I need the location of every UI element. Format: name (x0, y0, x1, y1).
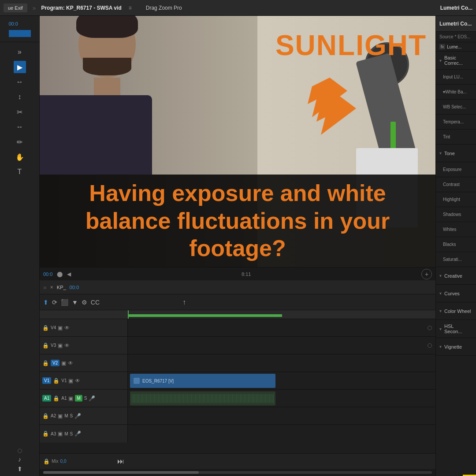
v2-track-badge: V2 (51, 360, 60, 366)
curves-section[interactable]: ▾ Curves (436, 285, 476, 302)
color-wheel-section[interactable]: ▾ Color Wheel (436, 302, 476, 320)
exposure-item[interactable]: Exposure (436, 162, 476, 177)
person-neck (94, 78, 120, 95)
bottom-scroll[interactable] (40, 469, 435, 476)
creative-section[interactable]: ▾ Creative (436, 267, 476, 285)
fx-label: fx (439, 44, 445, 49)
s-label-a2: S (70, 413, 73, 418)
video-clip-v1[interactable]: EOS_R6717 [V] (130, 374, 275, 388)
chevron-basic: ▾ (439, 58, 442, 63)
play-icon[interactable]: ▶ (14, 61, 26, 73)
close-timeline-icon[interactable]: × (50, 284, 53, 290)
track-visibility-v4[interactable]: 👁 (64, 325, 70, 331)
pen-icon[interactable]: ✏ (14, 136, 26, 148)
export-icon[interactable]: ⬆ (17, 465, 22, 472)
type-icon[interactable]: T (14, 166, 26, 178)
tone-section[interactable]: ▾ Tone (436, 145, 476, 162)
white-balance-item[interactable]: ▾ White Ba... (436, 85, 476, 100)
person-hair (76, 16, 138, 38)
top-bar: ue Exif » Program: KP_R6717 - SWSA vid ≡… (0, 0, 476, 16)
scroll-indicator-v3 (428, 343, 432, 348)
timeline-ruler[interactable] (40, 310, 435, 319)
lock-icon-v4[interactable]: 🔒 (42, 325, 49, 331)
scroll-thumb[interactable] (43, 471, 199, 474)
saturation-item[interactable]: Saturati... (436, 252, 476, 267)
creative-label: Creative (444, 273, 462, 279)
rate-stretch-icon[interactable]: ↕ (14, 91, 26, 103)
track-label-a3: A3 (51, 431, 56, 436)
mic-icon-a1[interactable]: 🎤 (89, 395, 95, 402)
tone-label: Tone (444, 151, 455, 156)
track-settings-v4[interactable]: ▣ (58, 325, 63, 331)
playhead-line[interactable] (128, 310, 129, 319)
lock-icon-a3[interactable]: 🔒 (42, 431, 49, 437)
frame-step-left[interactable]: ◀ (67, 271, 71, 277)
expand-timeline-icon[interactable]: » (43, 284, 47, 291)
track-visibility-v3[interactable]: 👁 (64, 342, 70, 349)
audio-clip-a1[interactable] (130, 391, 275, 405)
lock-icon-a2[interactable]: 🔒 (42, 413, 49, 419)
lock-icon-v2[interactable]: 🔒 (42, 360, 49, 366)
whites-item[interactable]: Whites (436, 222, 476, 237)
captions-icon[interactable]: CC (91, 299, 100, 306)
lock-icon-a1[interactable]: 🔒 (53, 395, 60, 402)
scroll-track[interactable] (43, 471, 432, 474)
go-to-end-icon[interactable]: ⏭ (117, 457, 124, 465)
lumetri-sections: ▾ Basic Correc... Input LU... ▾ White Ba… (436, 52, 476, 356)
ripple-tool-icon[interactable]: ⟳ (52, 299, 57, 306)
main-layout: 00:0 » ▶ ↔ ↕ ✂ ↔ ✏ ✋ T ♪ ⬆ (0, 16, 476, 476)
add-button[interactable]: + (421, 269, 432, 279)
menu-icon[interactable]: ≡ (129, 5, 132, 11)
track-row-v1: V1 🔒 V1 ▣ 👁 EOS_R6717 [V] (40, 372, 435, 390)
highlights-item[interactable]: Highlight (436, 192, 476, 207)
track-settings-a1[interactable]: ▣ (68, 395, 73, 402)
input-lut-item[interactable]: Input LU... (436, 70, 476, 85)
track-settings-v2[interactable]: ▣ (61, 360, 66, 366)
razor-tool-icon[interactable]: ▼ (72, 299, 78, 306)
expand-panels-icon[interactable]: » (14, 46, 26, 58)
mic-icon-a2[interactable]: 🎤 (74, 413, 81, 419)
track-settings-a2[interactable]: ▣ (58, 413, 63, 419)
blacks-item[interactable]: Blacks (436, 237, 476, 252)
lock-icon-v3[interactable]: 🔒 (42, 342, 49, 349)
track-visibility-v1[interactable]: 👁 (75, 378, 80, 384)
m-label-a3: M (64, 431, 68, 436)
track-select-icon[interactable]: ⬛ (61, 299, 68, 306)
mix-value: 0,0 (60, 459, 67, 464)
track-row-a3: 🔒 A3 ▣ M S 🎤 (40, 425, 435, 443)
chevron-vignette: ▾ (439, 344, 442, 349)
tint-item[interactable]: Tint (436, 130, 476, 145)
lock-icon-v1[interactable]: 🔒 (53, 378, 60, 384)
music-note-icon[interactable]: ♪ (18, 456, 21, 463)
selection-tool-icon[interactable]: ⬆ (43, 299, 48, 306)
track-header-v3: 🔒 V3 ▣ 👁 (40, 337, 128, 354)
slip-icon[interactable]: ↔ (14, 121, 26, 133)
vignette-section[interactable]: ▾ Vignette (436, 338, 476, 356)
exif-tab[interactable]: ue Exif (4, 4, 27, 12)
track-visibility-v2[interactable]: 👁 (68, 360, 73, 366)
ripple-edit-icon[interactable]: ↔ (14, 76, 26, 88)
temperature-item[interactable]: Tempera... (436, 115, 476, 130)
shadows-item[interactable]: Shadows (436, 207, 476, 222)
basic-correction-section[interactable]: ▾ Basic Correc... (436, 52, 476, 70)
track-content-v4 (128, 319, 435, 336)
razor-icon[interactable]: ✂ (14, 106, 26, 118)
lock-icon-mix[interactable]: 🔒 (43, 458, 50, 465)
hsl-secondary-section[interactable]: ▾ HSL Secon... (436, 320, 476, 338)
mic-icon-a3[interactable]: 🎤 (74, 431, 81, 437)
left-timecode: 00:0 (7, 19, 33, 28)
contrast-item[interactable]: Contrast (436, 177, 476, 192)
hand-icon[interactable]: ✋ (14, 151, 26, 163)
chevron-hsl: ▾ (439, 327, 442, 331)
center-panel: SUNLIGHT Having exposure and white balan… (40, 16, 435, 476)
expand-icon[interactable]: » (33, 4, 36, 11)
lumetri-header-partial: Lumetri Co... (440, 5, 472, 11)
track-settings-v1[interactable]: ▣ (68, 378, 73, 384)
track-header-v2: 🔒 V2 ▣ 👁 (40, 354, 128, 372)
track-settings-v3[interactable]: ▣ (58, 342, 63, 349)
chevron-creative: ▾ (439, 273, 442, 278)
wb-selector-item[interactable]: WB Selec... (436, 100, 476, 115)
track-content-v3 (128, 337, 435, 354)
hand-tool-icon[interactable]: ⚙ (82, 299, 87, 306)
track-settings-a3[interactable]: ▣ (58, 431, 63, 437)
